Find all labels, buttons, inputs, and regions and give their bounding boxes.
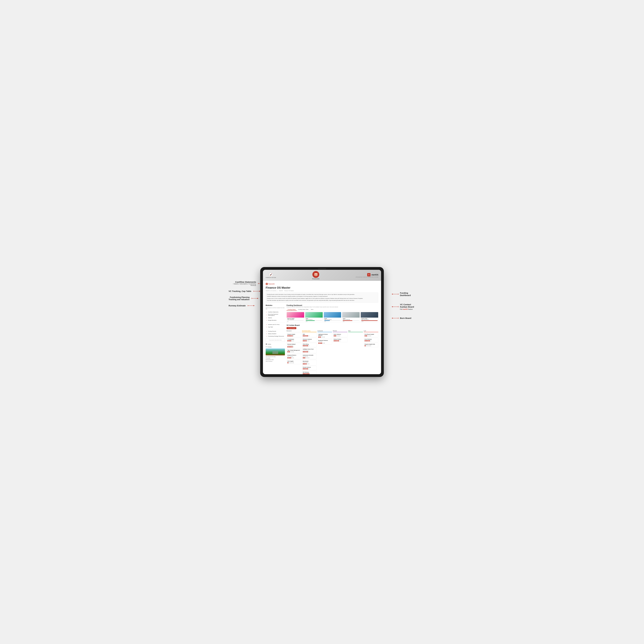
kc-index[interactable]: Index Ventures xyxy=(333,333,347,337)
dot xyxy=(290,351,291,352)
kc-person-s4: Michael Lee xyxy=(303,356,316,357)
vc-board-tabs: VC Action Board xyxy=(287,327,378,329)
module-salaries-label: Salaries xyxy=(268,317,272,318)
fc-amount-1: SGD 10,000.00 xyxy=(306,319,322,320)
kanban-col-research: Research Sequoia Capital Y Combinator xyxy=(287,330,301,374)
dot xyxy=(293,346,294,347)
module-fundraising[interactable]: ◇ Fundraising Strategy/ Resources xyxy=(266,335,285,337)
kc-dots-c1 xyxy=(318,343,331,344)
funding-card-1[interactable]: Seed SGD 10,000.00 55% xyxy=(305,312,323,323)
funding-card-0[interactable]: Paid-Up Capital SGD 10,000.00 0% xyxy=(287,312,304,323)
gallery-label: Gallery xyxy=(268,344,271,345)
kc-lightspeed[interactable]: Lightspeed Venture Partners xyxy=(317,333,332,338)
dot xyxy=(307,345,308,346)
runway-road xyxy=(272,351,278,354)
modules-title: Modules xyxy=(266,304,285,306)
kc-dots-0 xyxy=(287,335,300,336)
fc-progress-0 xyxy=(287,320,304,321)
kc-olivia[interactable]: Olivia Wang xyxy=(302,343,317,347)
dot xyxy=(289,346,290,347)
kc-kleiner[interactable]: Kleiner Perkins xyxy=(333,338,347,342)
kc-softbank[interactable]: SoftBank Vision Fund Susan Brown xyxy=(302,348,317,353)
kc-firm-p0: Index Ventures xyxy=(334,334,347,335)
kc-dots-5 xyxy=(287,362,300,363)
drop-zone: Drop Quick View items here xyxy=(266,338,285,342)
kc-ggv[interactable]: GGV Capital xyxy=(287,360,301,364)
kc-sequoia[interactable]: Sequoia Capital xyxy=(287,333,301,337)
kc-500[interactable]: 500 Startups xyxy=(302,371,317,374)
module-recurring-icon: ◇ xyxy=(266,314,267,316)
fc-amount-3: SGD 140,000.00 xyxy=(343,319,359,320)
kanban-col-pitched: Pitched Index Ventures Kleiner Perkins xyxy=(333,330,347,374)
module-fundraising-icon: ◇ xyxy=(266,335,267,337)
dot xyxy=(366,345,367,346)
desc-line-3: Investors and VC Firms contains investor… xyxy=(267,298,377,299)
dot xyxy=(336,335,338,336)
kanban-board: Research Sequoia Capital Y Combinator xyxy=(287,330,378,374)
dot xyxy=(287,357,288,358)
kc-ycombinator[interactable]: Y Combinator xyxy=(287,338,301,342)
fd-desc: Drop your favourite dashboards here usin… xyxy=(287,306,378,308)
kc-greylock[interactable]: Greylock Partners Alex Johnson xyxy=(287,354,301,359)
module-cashflow-label: Cashflow Statements xyxy=(268,311,278,313)
module-funding-icon: ◇ xyxy=(266,330,267,332)
kc-accel[interactable]: Accel Partners xyxy=(364,338,378,342)
runway-amount: SGD 12,000.00 xyxy=(266,361,285,362)
kc-dots-c0 xyxy=(318,337,331,338)
kc-person-s5: Noah Wilson xyxy=(303,362,316,363)
kc-general[interactable]: General Catalyst Sarah Brown xyxy=(287,343,301,348)
module-valuation[interactable]: ◇ Startup Valuation xyxy=(266,332,285,335)
right-col: Funding Dashboard Drop your favourite da… xyxy=(287,304,378,374)
module-investors[interactable]: ◇ Investors and VC Firms xyxy=(266,323,285,326)
kc-firm-1: Y Combinator xyxy=(287,339,300,340)
module-captable[interactable]: ◇ Cap Table xyxy=(266,326,285,328)
funding-card-3[interactable]: Grant SGD 140,000.00 59% xyxy=(342,312,360,323)
dot xyxy=(303,363,304,364)
runway-label: Runway xyxy=(267,346,271,348)
fd-tab-status[interactable]: Funding Status xyxy=(287,308,297,311)
funding-card-2[interactable]: Angel SGD 140,000.00 34% xyxy=(324,312,341,323)
dot xyxy=(306,368,307,369)
fc-body-2: Angel SGD 140,000.00 34% xyxy=(324,318,341,323)
module-funding[interactable]: ◇ Funding Rounds xyxy=(266,330,285,332)
kc-firstround[interactable]: First Round Capital xyxy=(364,333,378,337)
dot xyxy=(307,357,308,358)
kc-firm-l0: First Round Capital xyxy=(365,334,377,335)
dot xyxy=(293,362,294,363)
kc-benchmark[interactable]: Benchmark Noah Wilson xyxy=(302,360,317,365)
fd-tab-table[interactable]: Funding Status Table xyxy=(297,308,309,311)
fc-progress-1 xyxy=(306,320,322,321)
module-salaries[interactable]: ◇ Salaries xyxy=(266,317,285,319)
kc-nea[interactable]: NEA xyxy=(302,333,317,337)
kc-dots-s7 xyxy=(303,373,316,374)
kc-horizons[interactable]: Horizons Ventures xyxy=(302,338,317,342)
module-fundraising-label: Fundraising Strategy/ Resources xyxy=(268,336,284,337)
dot xyxy=(289,335,290,336)
module-budget[interactable]: ◇ Budget Allocation xyxy=(266,319,285,321)
module-captable-icon: ◇ xyxy=(266,326,267,328)
kc-sequoia-india[interactable]: Sequoia Capital India xyxy=(364,343,378,347)
kc-tiger[interactable]: Tiger Global Management xyxy=(287,349,301,353)
kc-khosla[interactable]: Khosla Ventures xyxy=(302,366,317,370)
fc-progress-4 xyxy=(361,320,378,321)
kanban-col-shortlisted: Shortlisted (9%) NEA Horizons Ventures xyxy=(302,330,317,374)
tablet-frame: 🚀 STARTUP NOTION 🐷 financeOS S startOS I… xyxy=(260,267,384,377)
annotation-fundraising-title: Fundraising Planning Tracking and Valuat… xyxy=(229,296,249,301)
kc-firm-c0: Lightspeed Venture Partners xyxy=(318,334,331,336)
vc-tab-board[interactable]: VC Action Board xyxy=(287,327,296,329)
fc-bar-2 xyxy=(324,320,330,321)
module-recurring[interactable]: ◇ Recurring Expenses/ Subscriptions xyxy=(266,313,285,317)
runway-item[interactable]: ✈ Runway xyxy=(266,346,285,348)
fc-img-2 xyxy=(324,312,341,318)
svg-marker-16 xyxy=(392,306,393,307)
fd-tab-more[interactable]: More xyxy=(310,308,314,311)
funding-card-4[interactable]: Venture Debt SGD 140,000.00 100% xyxy=(361,312,378,323)
module-cashflow[interactable]: ◇ Cashflow Statements xyxy=(266,311,285,313)
annotation-fundraising: Fundraising Planning Tracking and Valuat… xyxy=(229,296,265,301)
left-col: Modules Quick Access to all the modules … xyxy=(266,304,285,374)
kc-backpoint[interactable]: Backpoint Ventures John Doe xyxy=(317,339,332,345)
fc-type-3: Grant xyxy=(343,318,359,319)
gallery-item[interactable]: 🖼 Gallery xyxy=(266,343,285,345)
dot xyxy=(290,346,291,347)
kc-a16z[interactable]: Andreessen Horowitz Michael Lee xyxy=(302,354,317,359)
